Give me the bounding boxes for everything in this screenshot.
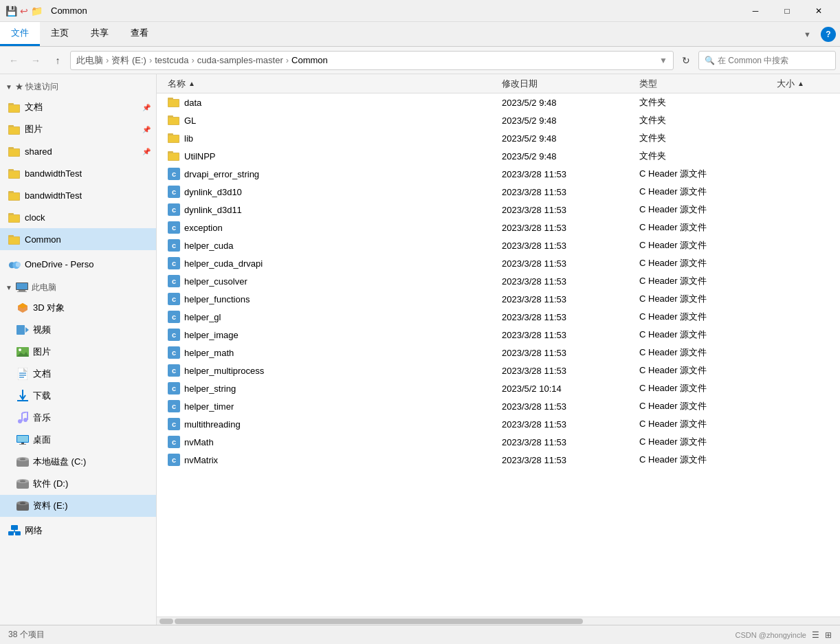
sidebar-item-desktop[interactable]: 桌面 bbox=[0, 429, 156, 451]
sidebar-item-pictures2[interactable]: 图片 bbox=[0, 341, 156, 363]
table-row[interactable]: c exception 2023/3/28 11:53 C Header 源文件 bbox=[157, 219, 840, 236]
sidebar-documents-label: 文档 bbox=[25, 101, 43, 113]
sidebar-item-onedrive[interactable]: OneDrive - Perso bbox=[0, 253, 156, 275]
svg-marker-31 bbox=[25, 327, 29, 333]
status-right: CSDN @zhongyincle ☰ ⊞ bbox=[736, 630, 832, 640]
file-name-cell: c helper_gl bbox=[162, 311, 496, 323]
table-row[interactable]: c helper_cuda 2023/3/28 11:53 C Header 源… bbox=[157, 236, 840, 254]
file-name-cell: UtilNPP bbox=[162, 150, 496, 163]
tab-view[interactable]: 查看 bbox=[120, 22, 159, 46]
c-file-icon: c bbox=[168, 257, 180, 269]
svg-rect-5 bbox=[9, 127, 19, 134]
file-date-cell: 2023/3/28 11:53 bbox=[496, 169, 634, 179]
sidebar-item-documents2[interactable]: 文档 bbox=[0, 363, 156, 385]
sidebar-item-bw2[interactable]: bandwidthTest bbox=[0, 184, 156, 206]
file-date-cell: 2023/3/28 11:53 bbox=[496, 205, 634, 215]
refresh-button[interactable]: ↻ bbox=[676, 51, 696, 70]
table-row[interactable]: c helper_gl 2023/3/28 11:53 C Header 源文件 bbox=[157, 308, 840, 326]
sidebar-item-network[interactable]: 网络 bbox=[0, 520, 156, 542]
sidebar-item-common[interactable]: Common bbox=[0, 228, 156, 250]
svg-rect-69 bbox=[168, 118, 179, 124]
view-list-icon[interactable]: ☰ bbox=[812, 630, 819, 640]
sidebar-item-download[interactable]: 下载 bbox=[0, 385, 156, 407]
c-header-icon: c bbox=[168, 239, 180, 252]
3d-icon bbox=[16, 302, 29, 314]
table-row[interactable]: c helper_string 2023/5/2 10:14 C Header … bbox=[157, 379, 840, 397]
sidebar-item-music[interactable]: 音乐 bbox=[0, 407, 156, 429]
table-row[interactable]: c helper_timer 2023/3/28 11:53 C Header … bbox=[157, 397, 840, 415]
onedrive-icon bbox=[8, 258, 21, 270]
table-row[interactable]: c drvapi_error_string 2023/3/28 11:53 C … bbox=[157, 165, 840, 183]
col-header-type[interactable]: 类型 bbox=[634, 78, 771, 90]
csdn-watermark: CSDN @zhongyincle bbox=[736, 631, 807, 639]
table-row[interactable]: lib 2023/5/2 9:48 文件夹 bbox=[157, 129, 840, 147]
file-name-text: helper_string bbox=[184, 384, 236, 394]
table-row[interactable]: c helper_image 2023/3/28 11:53 C Header … bbox=[157, 326, 840, 344]
file-list[interactable]: data 2023/5/2 9:48 文件夹 GL 2023/5/2 9:48 … bbox=[157, 93, 840, 617]
ribbon: 文件 主页 共享 查看 ▼ ? bbox=[0, 22, 840, 47]
c-header-icon: c bbox=[168, 418, 180, 430]
table-row[interactable]: c helper_cuda_drvapi 2023/3/28 11:53 C H… bbox=[157, 254, 840, 272]
window-title: Common bbox=[48, 5, 740, 16]
sidebar-common-label: Common bbox=[25, 234, 61, 245]
sidebar-item-diskc[interactable]: 本地磁盘 (C:) bbox=[0, 451, 156, 473]
table-row[interactable]: UtilNPP 2023/5/2 9:48 文件夹 bbox=[157, 147, 840, 165]
col-header-name[interactable]: 名称 ▲ bbox=[162, 78, 496, 90]
sidebar-item-documents[interactable]: 文档 📌 bbox=[0, 96, 156, 118]
tab-share[interactable]: 共享 bbox=[80, 22, 120, 46]
document-folder-icon bbox=[8, 101, 21, 113]
file-name-cell: c helper_cuda bbox=[162, 239, 496, 252]
up-button[interactable]: ↑ bbox=[48, 51, 67, 70]
folder-title-icon: 📁 bbox=[31, 5, 43, 16]
thispc-header[interactable]: ▼ 此电脑 bbox=[0, 278, 156, 297]
file-type-cell: C Header 源文件 bbox=[634, 275, 771, 287]
sidebar-item-diske[interactable]: 资料 (E:) bbox=[0, 495, 156, 517]
view-grid-icon[interactable]: ⊞ bbox=[825, 630, 832, 640]
c-header-icon: c bbox=[168, 311, 180, 323]
file-date-cell: 2023/3/28 11:53 bbox=[496, 258, 634, 269]
search-box[interactable]: 🔍 bbox=[698, 51, 836, 70]
sidebar-item-video[interactable]: 视频 bbox=[0, 319, 156, 341]
file-name-text: helper_image bbox=[184, 330, 239, 340]
table-row[interactable]: c dynlink_d3d10 2023/3/28 11:53 C Header… bbox=[157, 183, 840, 201]
table-row[interactable]: c multithreading 2023/3/28 11:53 C Heade… bbox=[157, 415, 840, 433]
table-row[interactable]: data 2023/5/2 9:48 文件夹 bbox=[157, 93, 840, 111]
address-path[interactable]: 此电脑 › 资料 (E:) › testcuda › cuda-samples-… bbox=[70, 51, 674, 70]
table-row[interactable]: c helper_functions 2023/3/28 11:53 C Hea… bbox=[157, 290, 840, 308]
table-row[interactable]: GL 2023/5/2 9:48 文件夹 bbox=[157, 111, 840, 129]
tab-file[interactable]: 文件 bbox=[0, 22, 40, 46]
tab-home[interactable]: 主页 bbox=[40, 22, 80, 46]
help-button[interactable]: ? bbox=[821, 27, 836, 42]
forward-button[interactable]: → bbox=[26, 51, 45, 70]
table-row[interactable]: c nvMath 2023/3/28 11:53 C Header 源文件 bbox=[157, 433, 840, 451]
table-row[interactable]: c dynlink_d3d11 2023/3/28 11:53 C Header… bbox=[157, 201, 840, 219]
col-header-date[interactable]: 修改日期 bbox=[496, 78, 634, 90]
hscroll-thumb[interactable] bbox=[175, 619, 583, 624]
quick-access-header[interactable]: ▼ ★ 快速访问 bbox=[0, 77, 156, 96]
desktop-icon bbox=[16, 434, 29, 446]
search-input[interactable] bbox=[718, 56, 830, 65]
file-name-cell: c helper_image bbox=[162, 329, 496, 341]
back-button[interactable]: ← bbox=[4, 51, 23, 70]
hscroll-left-btn[interactable] bbox=[159, 619, 173, 624]
sidebar-item-pictures[interactable]: 图片 📌 bbox=[0, 118, 156, 140]
sidebar-item-bw1[interactable]: bandwidthTest bbox=[0, 162, 156, 184]
sidebar-onedrive-label: OneDrive - Perso bbox=[25, 259, 93, 269]
horizontal-scrollbar[interactable] bbox=[157, 617, 840, 625]
sidebar-item-clock[interactable]: clock bbox=[0, 206, 156, 228]
close-button[interactable]: ✕ bbox=[803, 0, 835, 22]
file-name-text: helper_math bbox=[184, 348, 234, 358]
table-row[interactable]: c helper_math 2023/3/28 11:53 C Header 源… bbox=[157, 344, 840, 362]
minimize-button[interactable]: ─ bbox=[740, 0, 771, 22]
table-row[interactable]: c nvMatrix 2023/3/28 11:53 C Header 源文件 bbox=[157, 451, 840, 469]
table-row[interactable]: c helper_cusolver 2023/3/28 11:53 C Head… bbox=[157, 272, 840, 290]
col-type-label: 类型 bbox=[639, 78, 657, 90]
file-name-text: helper_multiprocess bbox=[184, 366, 264, 376]
col-header-size[interactable]: 大小 ▲ bbox=[771, 78, 840, 90]
svg-rect-20 bbox=[9, 237, 19, 244]
table-row[interactable]: c helper_multiprocess 2023/3/28 11:53 C … bbox=[157, 362, 840, 379]
sidebar-item-3d[interactable]: 3D 对象 bbox=[0, 297, 156, 319]
maximize-button[interactable]: □ bbox=[771, 0, 803, 22]
sidebar-item-shared[interactable]: shared 📌 bbox=[0, 140, 156, 162]
sidebar-item-diskd[interactable]: 软件 (D:) bbox=[0, 473, 156, 495]
